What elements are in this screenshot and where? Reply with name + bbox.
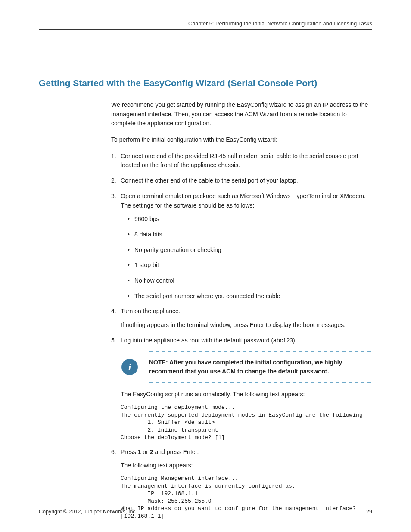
step-5-after: The EasyConfig script runs automatically… [121, 390, 372, 399]
note-box: i NOTE: After you have completed the ini… [121, 351, 372, 383]
section-content: We recommend you get started by running … [111, 100, 372, 520]
step-6-sub: The following text appears: [121, 461, 372, 470]
step-4-text: Turn on the appliance. [121, 308, 181, 314]
step-4: Turn on the appliance. If nothing appear… [111, 307, 372, 330]
step-3: Open a terminal emulation package such a… [111, 192, 372, 301]
bullet-stopbit: 1 stop bit [128, 261, 372, 270]
step-1: Connect one end of the provided RJ-45 nu… [111, 152, 372, 170]
bullet-serialport: The serial port number where you connect… [128, 292, 372, 301]
note-text: NOTE: After you have completed the initi… [149, 358, 372, 376]
step-3-text: Open a terminal emulation package such a… [121, 193, 366, 209]
step-4-sub: If nothing appears in the terminal windo… [121, 320, 372, 330]
step-6-post: and press Enter. [153, 448, 199, 455]
page: Chapter 5: Performing the Initial Networ… [0, 0, 411, 532]
step-6-b2: 2 [150, 448, 153, 455]
note-label: NOTE: [149, 359, 168, 366]
note-body: i NOTE: After you have completed the ini… [121, 352, 372, 382]
intro-paragraph-1: We recommend you get started by running … [111, 100, 372, 128]
step-3-bullets: 9600 bps 8 data bits No parity generatio… [128, 215, 372, 301]
intro-paragraph-2: To perform the initial configuration wit… [111, 135, 372, 145]
chapter-title: Chapter 5: Performing the Initial Networ… [188, 21, 372, 27]
note-message: After you have completed the initial con… [149, 359, 342, 375]
section-title: Getting Started with the EasyConfig Wiza… [39, 78, 372, 88]
step-2: Connect the other end of the cable to th… [111, 176, 372, 186]
code-block-1: Configuring the deployment mode... The c… [121, 404, 372, 442]
step-6-mid: or [141, 448, 149, 455]
copyright-text: Copyright © 2012, Juniper Networks, Inc. [39, 509, 137, 515]
steps-list: Connect one end of the provided RJ-45 nu… [111, 152, 372, 520]
step-5-text: Log into the appliance as root with the … [121, 337, 297, 344]
bullet-flowcontrol: No flow control [128, 276, 372, 286]
step-6-pre: Press [121, 448, 138, 455]
bullet-parity: No parity generation or checking [128, 246, 372, 255]
bullet-bps: 9600 bps [128, 215, 372, 224]
page-number: 29 [366, 509, 372, 515]
bullet-databits: 8 data bits [128, 230, 372, 240]
info-icon: i [121, 359, 138, 375]
page-footer: Copyright © 2012, Juniper Networks, Inc.… [39, 506, 372, 515]
note-bottom-border [149, 382, 372, 383]
step-5: Log into the appliance as root with the … [111, 336, 372, 442]
page-header: Chapter 5: Performing the Initial Networ… [39, 21, 372, 30]
